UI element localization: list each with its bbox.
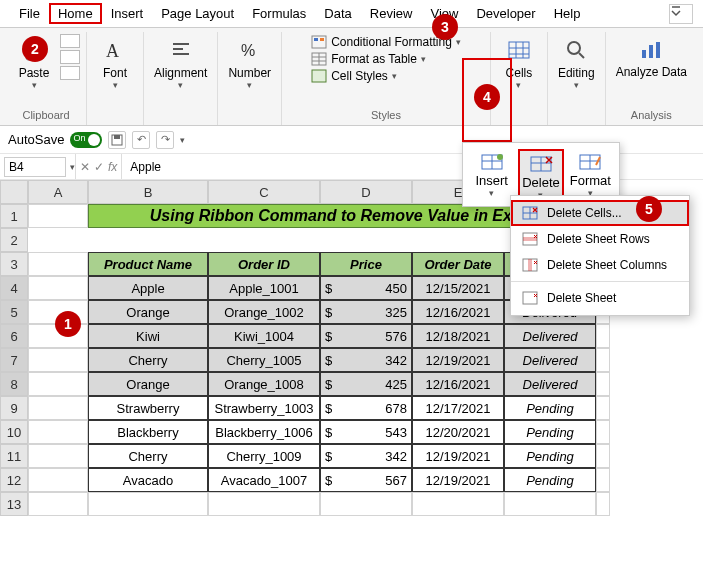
cell-product[interactable]: Orange: [88, 372, 208, 396]
cell-product[interactable]: Cherry: [88, 348, 208, 372]
hdr-product[interactable]: Product Name: [88, 252, 208, 276]
confirm-icon[interactable]: ✓: [94, 160, 104, 174]
cell-product[interactable]: Apple: [88, 276, 208, 300]
cell-date[interactable]: 12/17/2021: [412, 396, 504, 420]
save-icon[interactable]: [108, 131, 126, 149]
tab-file[interactable]: File: [10, 3, 49, 24]
row-hdr-3[interactable]: 3: [0, 252, 28, 276]
col-A[interactable]: A: [28, 180, 88, 204]
cell-A9[interactable]: [28, 396, 88, 420]
cell-status[interactable]: Pending: [504, 396, 596, 420]
row-hdr-5[interactable]: 5: [0, 300, 28, 324]
cell-A12[interactable]: [28, 468, 88, 492]
cell-date[interactable]: 12/19/2021: [412, 468, 504, 492]
cell-date[interactable]: 12/20/2021: [412, 420, 504, 444]
cell-A4[interactable]: [28, 276, 88, 300]
copy-icon[interactable]: [60, 50, 80, 64]
col-C[interactable]: C: [208, 180, 320, 204]
row-hdr-8[interactable]: 8: [0, 372, 28, 396]
tab-insert[interactable]: Insert: [102, 3, 153, 24]
undo-icon[interactable]: ↶: [132, 131, 150, 149]
cell-date[interactable]: 12/19/2021: [412, 444, 504, 468]
hdr-order[interactable]: Order ID: [208, 252, 320, 276]
cell-price[interactable]: $425: [320, 372, 412, 396]
cell-price[interactable]: $342: [320, 444, 412, 468]
cell-price[interactable]: $543: [320, 420, 412, 444]
cell-order[interactable]: Cherry_1009: [208, 444, 320, 468]
row-hdr-2[interactable]: 2: [0, 228, 28, 252]
qat-more-icon[interactable]: ▾: [180, 135, 185, 145]
tab-data[interactable]: Data: [315, 3, 360, 24]
cell-order[interactable]: Apple_1001: [208, 276, 320, 300]
cell-status[interactable]: Pending: [504, 444, 596, 468]
cell-order[interactable]: Blackberry_1006: [208, 420, 320, 444]
tab-formulas[interactable]: Formulas: [243, 3, 315, 24]
cell-A1[interactable]: [28, 204, 88, 228]
format-painter-icon[interactable]: [60, 66, 80, 80]
cell-A8[interactable]: [28, 372, 88, 396]
row-hdr-1[interactable]: 1: [0, 204, 28, 228]
autosave-toggle[interactable]: On: [70, 132, 102, 148]
cell-date[interactable]: 12/19/2021: [412, 348, 504, 372]
cut-icon[interactable]: [60, 34, 80, 48]
cell-date[interactable]: 12/18/2021: [412, 324, 504, 348]
delete-cells-item[interactable]: Delete Cells...: [511, 200, 689, 226]
cell-order[interactable]: Cherry_1005: [208, 348, 320, 372]
tab-review[interactable]: Review: [361, 3, 422, 24]
select-all-corner[interactable]: [0, 180, 28, 204]
font-button[interactable]: A Font ▾: [93, 34, 137, 92]
cell-styles-button[interactable]: Cell Styles ▾: [309, 68, 463, 84]
cancel-icon[interactable]: ✕: [80, 160, 90, 174]
cell-order[interactable]: Strawberry_1003: [208, 396, 320, 420]
cell-price[interactable]: $342: [320, 348, 412, 372]
cell-status[interactable]: Delivered: [504, 348, 596, 372]
cell-product[interactable]: Cherry: [88, 444, 208, 468]
cell-order[interactable]: Orange_1008: [208, 372, 320, 396]
cell-A10[interactable]: [28, 420, 88, 444]
analyze-data-button[interactable]: Analyze Data: [612, 34, 691, 81]
cell-status[interactable]: Delivered: [504, 324, 596, 348]
cell-product[interactable]: Strawberry: [88, 396, 208, 420]
name-box[interactable]: [4, 157, 66, 177]
cell-price[interactable]: $450: [320, 276, 412, 300]
row-hdr-9[interactable]: 9: [0, 396, 28, 420]
delete-sheet-item[interactable]: Delete Sheet: [511, 285, 689, 311]
cell-date[interactable]: 12/16/2021: [412, 372, 504, 396]
cell-product[interactable]: Blackberry: [88, 420, 208, 444]
cell-product[interactable]: Avacado: [88, 468, 208, 492]
row-hdr-10[interactable]: 10: [0, 420, 28, 444]
cell-order[interactable]: Kiwi_1004: [208, 324, 320, 348]
cell-price[interactable]: $678: [320, 396, 412, 420]
row-hdr-13[interactable]: 13: [0, 492, 28, 516]
tab-help[interactable]: Help: [545, 3, 590, 24]
cell-price[interactable]: $576: [320, 324, 412, 348]
tab-developer[interactable]: Developer: [467, 3, 544, 24]
redo-icon[interactable]: ↷: [156, 131, 174, 149]
cell-product[interactable]: Kiwi: [88, 324, 208, 348]
cell-date[interactable]: 12/15/2021: [412, 276, 504, 300]
cell-status[interactable]: Pending: [504, 420, 596, 444]
cell-date[interactable]: 12/16/2021: [412, 300, 504, 324]
format-as-table-button[interactable]: Format as Table ▾: [309, 51, 463, 67]
cell-order[interactable]: Orange_1002: [208, 300, 320, 324]
tab-home[interactable]: Home: [49, 3, 102, 24]
hdr-date[interactable]: Order Date: [412, 252, 504, 276]
row-hdr-11[interactable]: 11: [0, 444, 28, 468]
tab-page-layout[interactable]: Page Layout: [152, 3, 243, 24]
number-button[interactable]: % Number ▾: [224, 34, 275, 92]
delete-cols-item[interactable]: Delete Sheet Columns: [511, 252, 689, 278]
row-hdr-12[interactable]: 12: [0, 468, 28, 492]
fx-icon[interactable]: fx: [108, 160, 117, 174]
col-B[interactable]: B: [88, 180, 208, 204]
popup-insert-button[interactable]: Insert ▾: [469, 149, 515, 204]
cell-price[interactable]: $567: [320, 468, 412, 492]
cell-price[interactable]: $325: [320, 300, 412, 324]
row-hdr-7[interactable]: 7: [0, 348, 28, 372]
cell-product[interactable]: Orange: [88, 300, 208, 324]
col-D[interactable]: D: [320, 180, 412, 204]
cell-A7[interactable]: [28, 348, 88, 372]
collapse-ribbon-icon[interactable]: [669, 4, 693, 24]
cell-A3[interactable]: [28, 252, 88, 276]
cell-order[interactable]: Avacado_1007: [208, 468, 320, 492]
delete-rows-item[interactable]: Delete Sheet Rows: [511, 226, 689, 252]
